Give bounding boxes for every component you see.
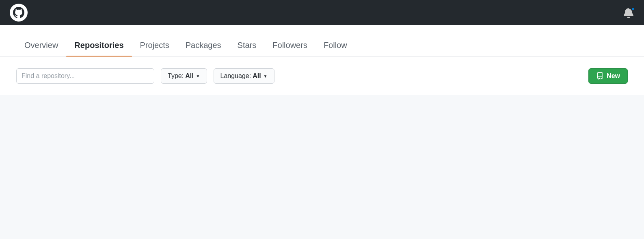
notification-dot [631,7,635,11]
header [0,0,644,25]
header-right [623,7,634,18]
header-left [10,4,28,22]
type-dropdown[interactable]: Type: All ▼ [161,68,207,84]
new-button-label: New [607,72,620,80]
language-chevron-icon: ▼ [264,74,268,78]
new-repository-button[interactable]: New [588,68,628,84]
type-chevron-icon: ▼ [196,74,200,78]
language-label: Language: [220,72,251,80]
tab-following[interactable]: Follow [316,35,355,56]
tab-followers[interactable]: Followers [264,35,316,56]
search-input[interactable] [16,68,154,84]
tab-nav: Overview Repositories Projects Packages … [0,25,644,57]
tab-stars[interactable]: Stars [229,35,265,56]
toolbar: Type: All ▼ Language: All ▼ New [0,57,644,95]
notification-bell[interactable] [623,7,634,18]
tab-projects[interactable]: Projects [132,35,177,56]
main-content: Overview Repositories Projects Packages … [0,25,644,95]
language-value: All [253,72,261,80]
tab-overview[interactable]: Overview [16,35,66,56]
new-repo-icon [596,72,603,80]
tab-packages[interactable]: Packages [177,35,229,56]
github-logo[interactable] [10,4,28,22]
language-dropdown[interactable]: Language: All ▼ [214,68,274,84]
github-icon [13,7,24,18]
tab-repositories[interactable]: Repositories [66,35,132,56]
type-label: Type: [168,72,184,80]
type-value: All [185,72,193,80]
